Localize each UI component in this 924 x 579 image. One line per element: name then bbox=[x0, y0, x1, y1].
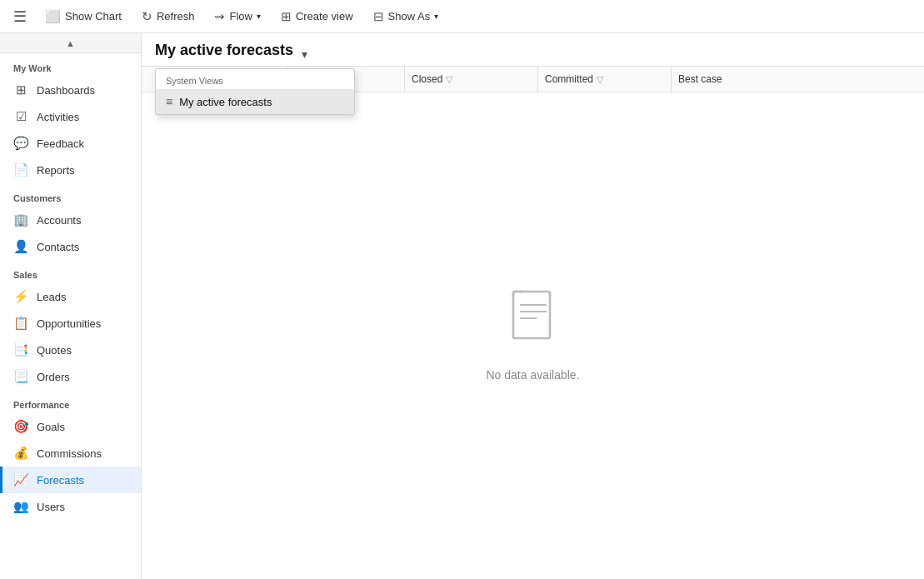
closed-filter-icon[interactable]: ▽ bbox=[446, 74, 452, 85]
flow-label: Flow bbox=[229, 10, 252, 22]
refresh-label: Refresh bbox=[157, 10, 195, 22]
dropdown-item-icon: ≡ bbox=[166, 95, 172, 108]
dashboards-label: Dashboards bbox=[37, 84, 95, 97]
quotes-label: Quotes bbox=[37, 344, 72, 357]
dropdown-item-my-active-forecasts[interactable]: ≡ My active forecasts bbox=[156, 89, 354, 114]
show-chart-icon: ⬜ bbox=[45, 9, 61, 24]
empty-state-icon bbox=[507, 290, 560, 358]
commissions-icon: 💰 bbox=[13, 446, 28, 461]
page-title-chevron-icon: ▾ bbox=[302, 47, 307, 61]
table-col-bestcase: Best case bbox=[672, 67, 788, 92]
sidebar-item-goals[interactable]: 🎯 Goals bbox=[0, 413, 141, 440]
goals-icon: 🎯 bbox=[13, 419, 28, 434]
leads-label: Leads bbox=[37, 291, 66, 303]
activities-label: Activities bbox=[37, 111, 79, 123]
reports-icon: 📄 bbox=[13, 162, 28, 177]
flow-button[interactable]: ⇝ Flow ▾ bbox=[206, 6, 268, 27]
my-work-section-title: My Work bbox=[0, 53, 141, 77]
bestcase-col-label: Best case bbox=[678, 73, 722, 85]
sidebar-scroll-up-button[interactable]: ▲ bbox=[0, 33, 141, 53]
goals-label: Goals bbox=[37, 421, 65, 433]
sidebar-item-accounts[interactable]: 🏢 Accounts bbox=[0, 207, 141, 233]
dashboards-icon: ⊞ bbox=[13, 82, 28, 97]
contacts-label: Contacts bbox=[37, 241, 79, 253]
show-as-icon: ⊟ bbox=[373, 9, 384, 24]
users-icon: 👥 bbox=[13, 499, 28, 514]
closed-col-label: Closed bbox=[412, 73, 442, 85]
table-col-closed: Closed ▽ bbox=[405, 67, 538, 92]
table-col-committed: Committed ▽ bbox=[538, 67, 672, 92]
page-header: My active forecasts ▾ bbox=[142, 33, 924, 67]
content-area: My active forecasts ▾ System Views ≡ My … bbox=[142, 33, 924, 579]
show-chart-button[interactable]: ⬜ Show Chart bbox=[37, 6, 130, 27]
sidebar-item-quotes[interactable]: 📑 Quotes bbox=[0, 337, 141, 363]
orders-icon: 📃 bbox=[13, 369, 28, 384]
dropdown-item-label: My active forecasts bbox=[179, 96, 272, 108]
chevron-up-icon: ▲ bbox=[66, 38, 75, 48]
sidebar-item-orders[interactable]: 📃 Orders bbox=[0, 363, 141, 390]
performance-section-title: Performance bbox=[0, 390, 141, 413]
show-chart-label: Show Chart bbox=[65, 10, 122, 22]
sidebar: ▲ My Work ⊞ Dashboards ☑ Activities 💬 Fe… bbox=[0, 33, 142, 579]
page-title: My active forecasts bbox=[155, 42, 293, 66]
refresh-icon: ↻ bbox=[142, 9, 152, 24]
opportunities-icon: 📋 bbox=[13, 316, 28, 331]
contacts-icon: 👤 bbox=[13, 239, 28, 254]
show-as-label: Show As bbox=[388, 10, 431, 22]
forecasts-label: Forecasts bbox=[37, 474, 84, 487]
show-as-button[interactable]: ⊟ Show As ▾ bbox=[365, 6, 447, 27]
create-view-button[interactable]: ⊞ Create view bbox=[272, 6, 362, 27]
activities-icon: ☑ bbox=[13, 109, 28, 124]
committed-col-label: Committed bbox=[545, 73, 593, 85]
committed-filter-icon[interactable]: ▽ bbox=[597, 74, 603, 85]
refresh-button[interactable]: ↻ Refresh bbox=[133, 6, 203, 27]
sidebar-item-users[interactable]: 👥 Users bbox=[0, 493, 141, 520]
dropdown-menu: System Views ≡ My active forecasts bbox=[155, 68, 355, 115]
sidebar-item-dashboards[interactable]: ⊞ Dashboards bbox=[0, 77, 141, 103]
main-layout: ▲ My Work ⊞ Dashboards ☑ Activities 💬 Fe… bbox=[0, 33, 924, 579]
leads-icon: ⚡ bbox=[13, 289, 28, 304]
users-label: Users bbox=[37, 501, 65, 513]
empty-state-text: No data available. bbox=[486, 368, 579, 382]
accounts-label: Accounts bbox=[37, 214, 81, 227]
sidebar-item-forecasts[interactable]: 📈 Forecasts bbox=[0, 467, 141, 493]
commissions-label: Commissions bbox=[37, 447, 102, 460]
orders-label: Orders bbox=[37, 371, 70, 383]
show-as-chevron-icon: ▾ bbox=[434, 12, 438, 21]
accounts-icon: 🏢 bbox=[13, 212, 28, 227]
svg-rect-0 bbox=[513, 292, 550, 338]
sidebar-item-contacts[interactable]: 👤 Contacts bbox=[0, 233, 141, 260]
sales-section-title: Sales bbox=[0, 260, 141, 283]
feedback-icon: 💬 bbox=[13, 136, 28, 151]
feedback-label: Feedback bbox=[37, 137, 84, 150]
hamburger-button[interactable]: ☰ bbox=[7, 4, 33, 29]
quotes-icon: 📑 bbox=[13, 342, 28, 357]
dropdown-section-label: System Views bbox=[156, 69, 354, 89]
sidebar-item-leads[interactable]: ⚡ Leads bbox=[0, 283, 141, 310]
reports-label: Reports bbox=[37, 164, 75, 177]
forecasts-icon: 📈 bbox=[13, 472, 28, 487]
customers-section-title: Customers bbox=[0, 183, 141, 207]
flow-chevron-icon: ▾ bbox=[257, 12, 261, 21]
sidebar-item-commissions[interactable]: 💰 Commissions bbox=[0, 440, 141, 467]
sidebar-item-reports[interactable]: 📄 Reports bbox=[0, 157, 141, 183]
page-title-dropdown-button[interactable]: ▾ bbox=[300, 46, 309, 62]
create-view-icon: ⊞ bbox=[281, 9, 292, 24]
sidebar-item-feedback[interactable]: 💬 Feedback bbox=[0, 130, 141, 157]
sidebar-item-opportunities[interactable]: 📋 Opportunities bbox=[0, 310, 141, 337]
opportunities-label: Opportunities bbox=[37, 317, 101, 330]
flow-icon: ⇝ bbox=[214, 9, 225, 24]
hamburger-icon: ☰ bbox=[13, 7, 27, 26]
empty-state: No data available. bbox=[142, 92, 924, 579]
create-view-label: Create view bbox=[296, 10, 353, 22]
sidebar-item-activities[interactable]: ☑ Activities bbox=[0, 103, 141, 130]
toolbar: ☰ ⬜ Show Chart ↻ Refresh ⇝ Flow ▾ ⊞ Crea… bbox=[0, 0, 924, 33]
